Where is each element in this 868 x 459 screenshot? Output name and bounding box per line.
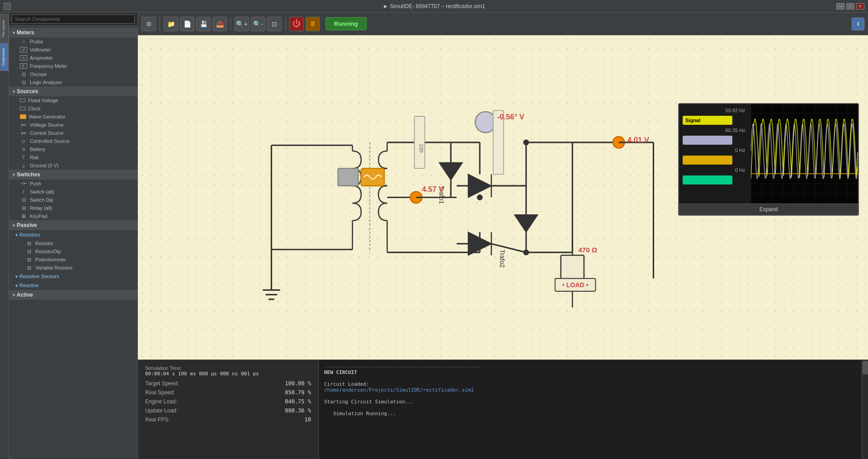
oscope-panel: 59.82 Hz Signal 60.35 Hz 0 Hz bbox=[678, 103, 859, 216]
subsection-resistive-sensors[interactable]: Resistive Sensors bbox=[9, 272, 137, 281]
maximize-button[interactable]: □ bbox=[846, 3, 854, 9]
section-meters[interactable]: Meters bbox=[9, 28, 137, 38]
search-bar bbox=[9, 13, 137, 26]
scrollbar-thumb[interactable] bbox=[863, 361, 868, 374]
section-switches[interactable]: Switches bbox=[9, 170, 137, 180]
channel-2-freq: 60.35 Hz bbox=[683, 128, 745, 133]
real-speed-label: Real Speed: bbox=[145, 389, 175, 396]
oscope-channel-3: 0 Hz bbox=[683, 147, 747, 153]
subsection-resistors[interactable]: Resistors bbox=[9, 230, 137, 239]
item-freq-meter[interactable]: FFrequency Meter bbox=[9, 62, 137, 70]
battery-icon: ⊟ bbox=[20, 147, 27, 152]
engine-load-label: Engine Load: bbox=[145, 398, 177, 405]
main-layout: File explorer Components Meters ○Probe V… bbox=[0, 13, 868, 459]
target-speed-label: Target Speed: bbox=[145, 380, 179, 387]
svg-text:-0.56° V: -0.56° V bbox=[497, 113, 524, 121]
relay-all-icon: ⊟ bbox=[20, 205, 27, 211]
open-file-button[interactable]: 📁 bbox=[164, 17, 178, 31]
oscope-channel-2-label[interactable] bbox=[683, 136, 747, 145]
settings-button[interactable]: ⚙ bbox=[142, 17, 156, 31]
logic-analyzer-icon: ⊡ bbox=[20, 80, 27, 85]
export-button[interactable]: 📤 bbox=[212, 17, 227, 31]
item-logic-analyzer[interactable]: ⊡Logic Analyzer bbox=[9, 78, 137, 86]
svg-point-56 bbox=[523, 250, 529, 256]
new-circuit-button[interactable]: 📄 bbox=[180, 17, 194, 31]
console-scrollbar[interactable] bbox=[862, 360, 868, 459]
section-sources[interactable]: Sources bbox=[9, 86, 137, 96]
real-speed-row: Real Speed: 050.79 % bbox=[145, 389, 311, 396]
section-passive[interactable]: Passive bbox=[9, 220, 137, 230]
channel-3-color-btn[interactable] bbox=[683, 156, 732, 165]
window-icon bbox=[4, 3, 11, 10]
canvas-area[interactable]: Trafo1 Trafo2 bbox=[138, 35, 868, 360]
item-switch-dip[interactable]: ⊡Switch Dip bbox=[9, 196, 137, 204]
keypad-icon: ⊞ bbox=[20, 213, 27, 219]
pause-button[interactable]: ⏸ bbox=[306, 17, 320, 31]
zoom-out-button[interactable]: 🔍- bbox=[251, 17, 265, 31]
update-load-label: Update Load: bbox=[145, 407, 178, 414]
update-load-value: 000.36 % bbox=[285, 407, 311, 414]
item-switch-all[interactable]: /Switch (all) bbox=[9, 188, 137, 196]
svg-text:4.57 V: 4.57 V bbox=[422, 185, 443, 194]
channel-2-color-btn[interactable] bbox=[683, 136, 732, 145]
zoom-fit-button[interactable]: ⊡ bbox=[267, 17, 282, 31]
item-current-source[interactable]: ⊕ACurrent Source bbox=[9, 129, 137, 137]
svg-rect-49 bbox=[361, 168, 384, 185]
channel-4-color-btn[interactable] bbox=[683, 175, 732, 185]
item-clock[interactable]: Clock bbox=[9, 104, 137, 113]
oscope-channel-3-label[interactable] bbox=[683, 156, 747, 165]
item-battery[interactable]: ⊟Battery bbox=[9, 145, 137, 153]
oscope-canvas bbox=[751, 104, 859, 203]
info-button[interactable]: i bbox=[852, 18, 864, 30]
item-controlled-source[interactable]: ◇Controlled Source bbox=[9, 137, 137, 145]
item-voltage-source[interactable]: ⊕VVoltage Source bbox=[9, 121, 137, 129]
search-input[interactable] bbox=[12, 14, 135, 24]
item-relay-all[interactable]: ⊟Relay (all) bbox=[9, 204, 137, 212]
item-probe[interactable]: ○Probe bbox=[9, 38, 137, 46]
console-circuit-path: /home/anderson/Projects/SimulIDE/rectifi… bbox=[324, 387, 856, 393]
item-resistor[interactable]: ⊟Resistor bbox=[9, 239, 137, 247]
item-ground[interactable]: ⏚Ground (0 V) bbox=[9, 161, 137, 170]
item-ampmeter[interactable]: AAmpmeter bbox=[9, 54, 137, 62]
oscope-display bbox=[751, 104, 859, 203]
close-button[interactable]: ✕ bbox=[856, 3, 864, 9]
item-oscope[interactable]: ⊡Oscope bbox=[9, 70, 137, 78]
item-variable-resistor[interactable]: ⊟Variable Resistor bbox=[9, 264, 137, 272]
ground-icon: ⏚ bbox=[20, 163, 27, 168]
minimize-button[interactable]: — bbox=[836, 3, 844, 9]
svg-text:Trafo2: Trafo2 bbox=[499, 250, 506, 268]
oscope-channel-4-label[interactable] bbox=[683, 175, 747, 185]
svg-line-28 bbox=[491, 244, 526, 252]
update-load-row: Update Load: 000.36 % bbox=[145, 407, 311, 414]
vtab-components[interactable]: Components bbox=[0, 43, 9, 71]
left-vtabs: File explorer Components bbox=[0, 13, 9, 459]
item-resistor-dip[interactable]: ⊡ResistorDip bbox=[9, 247, 137, 256]
channel-1-color-btn[interactable]: Signal bbox=[683, 116, 732, 125]
zoom-in-button[interactable]: 🔍+ bbox=[235, 17, 249, 31]
power-button[interactable]: ⏻ bbox=[289, 17, 304, 31]
console-new-circuit: NEW CIRCUIT bbox=[324, 369, 856, 375]
console-circuit-loaded: Circuit Loaded: bbox=[324, 381, 856, 387]
expand-button[interactable]: Expand bbox=[679, 203, 858, 215]
subsection-reactive[interactable]: Reactive bbox=[9, 281, 137, 290]
save-button[interactable]: 💾 bbox=[196, 17, 211, 31]
channel-4-freq: 0 Hz bbox=[683, 167, 745, 173]
voltmeter-icon: V bbox=[20, 47, 27, 52]
item-fixed-voltage[interactable]: Fixed Voltage bbox=[9, 96, 137, 104]
oscope-channel-2: 60.35 Hz bbox=[683, 128, 747, 133]
fixed-voltage-icon bbox=[20, 99, 25, 102]
section-active[interactable]: Active bbox=[9, 290, 137, 300]
item-voltmeter[interactable]: VVoltmeter bbox=[9, 46, 137, 54]
item-keypad[interactable]: ⊞KeyPad bbox=[9, 212, 137, 220]
item-potentiometer[interactable]: ⊟Potentiometer bbox=[9, 256, 137, 264]
toolbar-sep-3 bbox=[285, 17, 286, 31]
sim-stats: Simulation Time: 00:00:04 s 100 ms 000 µ… bbox=[138, 360, 319, 459]
item-rail[interactable]: ⊤Rail bbox=[9, 153, 137, 161]
item-push[interactable]: ⊣⊢Push bbox=[9, 180, 137, 188]
toolbar: ⚙ 📁 📄 💾 📤 🔍+ 🔍- ⊡ ⏻ ⏸ Running i bbox=[138, 13, 868, 35]
titlebar: ► SimulIDE- 89947707 – rectificador.sim1… bbox=[0, 0, 868, 13]
window-title: ► SimulIDE- 89947707 – rectificador.sim1 bbox=[383, 3, 485, 9]
oscope-channel-1-label[interactable]: Signal bbox=[683, 116, 747, 125]
vtab-file-explorer[interactable]: File explorer bbox=[0, 14, 9, 42]
item-wave-generator[interactable]: ~Wave Generator bbox=[9, 113, 137, 121]
